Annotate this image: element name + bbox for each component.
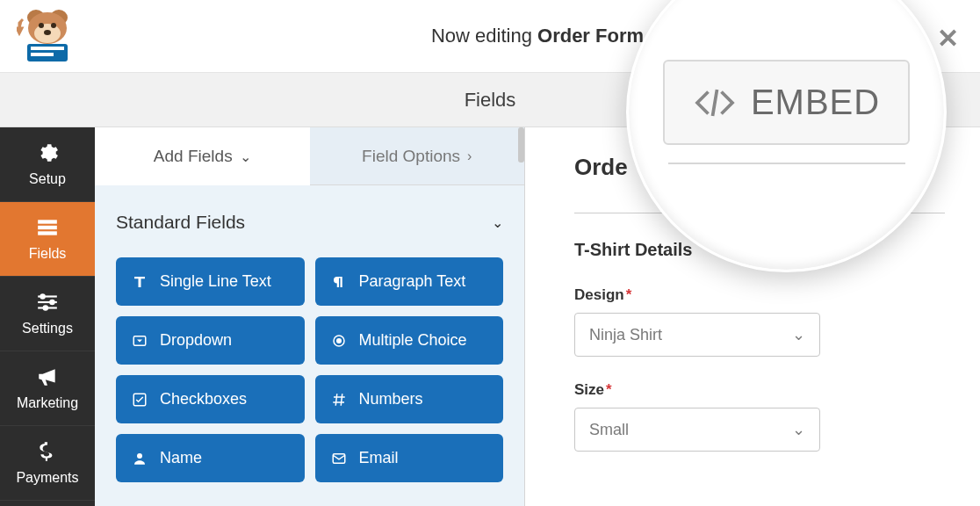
field-multiple-choice[interactable]: Multiple Choice [315,316,504,365]
chevron-down-icon: ⌄ [240,148,251,165]
megaphone-icon [36,365,59,388]
field-single-line-text[interactable]: Single Line Text [116,257,305,306]
field-label: Name [160,449,202,467]
radio-icon [331,333,347,349]
field-label: Checkboxes [160,390,247,408]
select-value: Small [589,421,629,439]
divider [668,163,905,164]
sidebar: Setup Fields Settings Marketing Payments [0,127,95,506]
tab-field-options[interactable]: Field Options › [310,127,525,185]
svg-point-17 [49,300,54,306]
sidebar-item-marketing[interactable]: Marketing [0,351,95,426]
required-asterisk: * [626,286,632,303]
code-icon [693,85,737,120]
hash-icon [331,392,347,408]
field-label: Email [359,449,399,467]
paragraph-icon [331,274,347,290]
sidebar-item-setup[interactable]: Setup [0,127,95,202]
sidebar-item-label: Setup [29,171,66,187]
sidebar-item-label: Settings [22,321,73,336]
app-logo[interactable] [0,0,95,72]
field-group-toggle[interactable]: Standard Fields ⌄ [116,212,503,233]
svg-point-5 [51,23,56,28]
email-icon [331,451,347,466]
design-label: Design* [574,286,945,304]
svg-point-16 [40,293,46,300]
field-checkboxes[interactable]: Checkboxes [116,375,305,423]
svg-point-4 [39,23,44,28]
dollar-icon [36,440,59,463]
sidebar-item-settings[interactable]: Settings [0,277,95,351]
sidebar-item-label: Fields [29,246,67,262]
checkbox-icon [132,392,148,408]
embed-label: EMBED [751,83,880,122]
svg-rect-9 [31,53,54,56]
chevron-down-icon: ⌄ [492,214,503,231]
sidebar-item-fields[interactable]: Fields [0,202,95,277]
svg-rect-10 [38,220,57,223]
sidebar-item-label: Payments [16,470,78,486]
field-paragraph-text[interactable]: Paragraph Text [315,257,504,306]
user-icon [132,451,148,466]
chevron-down-icon: ⌄ [792,325,805,344]
field-label: Dropdown [160,331,232,350]
svg-rect-8 [31,47,64,50]
close-icon[interactable]: ✕ [937,23,959,54]
text-icon [132,274,148,290]
svg-rect-11 [38,226,57,229]
svg-point-23 [137,453,142,459]
field-label: Paragraph Text [359,272,466,291]
gear-icon [36,141,59,164]
field-dropdown[interactable]: Dropdown [116,316,305,365]
field-numbers[interactable]: Numbers [315,375,504,423]
svg-point-21 [336,338,342,343]
list-icon [36,216,59,239]
svg-rect-12 [38,231,57,235]
sidebar-item-label: Marketing [17,395,78,411]
field-label: Single Line Text [160,272,271,291]
field-label: Multiple Choice [359,331,467,350]
tab-label: Add Fields [154,147,233,166]
field-name[interactable]: Name [116,434,305,482]
design-select[interactable]: Ninja Shirt ⌄ [574,313,820,357]
sidebar-item-payments[interactable]: Payments [0,426,95,501]
field-label: Numbers [359,390,423,408]
size-select[interactable]: Small ⌄ [574,408,820,452]
size-label: Size* [574,381,945,399]
svg-point-18 [43,305,49,311]
embed-button[interactable]: EMBED [663,60,910,145]
group-title: Standard Fields [116,212,245,233]
chevron-right-icon: › [467,148,472,164]
field-email[interactable]: Email [315,434,504,482]
svg-point-6 [44,30,51,35]
select-value: Ninja Shirt [589,326,662,344]
sliders-icon [36,291,59,314]
required-asterisk: * [606,381,612,398]
tab-label: Field Options [362,147,460,166]
dropdown-icon [132,333,148,349]
tab-add-fields[interactable]: Add Fields ⌄ [95,127,310,185]
chevron-down-icon: ⌄ [792,420,805,439]
